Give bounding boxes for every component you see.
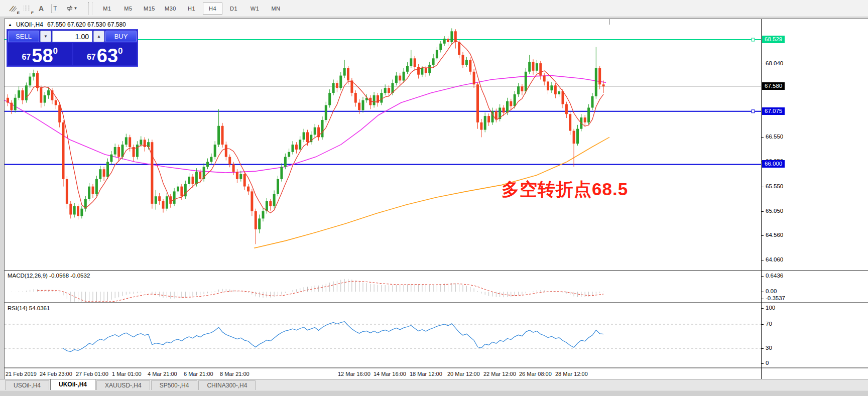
time-axis-label: 18 Mar 12:00 — [410, 371, 442, 377]
chart-tab-ukoil-h4[interactable]: UKOil-,H4 — [50, 379, 95, 390]
time-axis-label: 27 Feb 01:00 — [76, 371, 108, 377]
price-axis-badge: 67.075 — [762, 107, 785, 115]
timeframe-button-mn[interactable]: MN — [266, 3, 286, 15]
time-axis[interactable]: 21 Feb 201924 Feb 23:0027 Feb 01:001 Mar… — [5, 368, 761, 379]
price-axis-label: 65.050 — [762, 208, 783, 214]
fibonacci-grid-tool-icon[interactable]: F — [20, 2, 34, 15]
price-axis-label: 64.560 — [762, 232, 783, 238]
time-axis-label: 4 Mar 21:00 — [148, 371, 177, 377]
sell-price-display[interactable]: 67 58 0 — [8, 43, 72, 65]
buy-price-prefix: 67 — [87, 53, 96, 62]
sell-price-main: 58 — [32, 48, 53, 64]
collapse-triangle-icon[interactable]: ▲ — [8, 23, 12, 27]
timeframe-button-m15[interactable]: M15 — [140, 3, 159, 15]
text-label-tool-icon[interactable]: T — [48, 2, 62, 15]
symbol-period-label: UKOil-,H4 — [16, 21, 43, 28]
chart-tab-bar: USOil-,H4UKOil-,H4XAUUSD-,H4SP500-,H4CHI… — [0, 379, 868, 390]
time-axis-label: 20 Mar 12:00 — [447, 371, 480, 377]
chart-tab-china300-h4[interactable]: CHINA300-,H4 — [198, 380, 256, 390]
timeframe-button-m1[interactable]: M1 — [97, 3, 117, 15]
status-strip — [0, 390, 868, 396]
sell-price-sup: 0 — [53, 46, 58, 56]
buy-price-display[interactable]: 67 63 0 — [73, 43, 137, 65]
toolbar: E F A T ▼ M1M5M15M30H1H4D1W1MN — [0, 0, 868, 17]
arrange-charts-tool-icon[interactable]: ▼ — [62, 2, 81, 15]
time-axis-label: 8 Mar 21:00 — [220, 371, 250, 377]
chart-shift-marker — [609, 19, 609, 25]
buy-price-main: 63 — [97, 48, 118, 64]
rsi-axis-label: 0 — [762, 360, 769, 366]
timeframe-button-w1[interactable]: W1 — [245, 3, 265, 15]
timeframe-button-h4[interactable]: H4 — [203, 3, 222, 15]
timeframe-button-m30[interactable]: M30 — [161, 3, 180, 15]
macd-axis-label: -0.3537 — [762, 295, 785, 301]
rsi-axis-label: 100 — [762, 305, 775, 311]
volume-increase-button[interactable]: ▲ — [93, 31, 104, 42]
price-axis-badge: 67.580 — [762, 82, 785, 90]
one-click-trading-panel: SELL ▼ ▲ BUY 67 58 0 67 63 0 — [7, 29, 138, 67]
price-axis-badge: 68.529 — [762, 36, 785, 43]
chart-text-annotation: 多空转折点68.5 — [502, 178, 628, 201]
chart-window: 68.04066.55066.05065.55065.05064.56064.0… — [4, 19, 868, 380]
pane-splitter-macd[interactable] — [5, 270, 868, 271]
time-axis-label: 28 Mar 12:00 — [555, 371, 588, 377]
buy-button[interactable]: BUY — [105, 31, 137, 42]
time-axis-label: 12 Mar 16:00 — [338, 371, 370, 377]
timeframe-button-h1[interactable]: H1 — [182, 3, 201, 15]
sell-price-prefix: 67 — [22, 53, 31, 62]
chart-tab-xauusd-h4[interactable]: XAUUSD-,H4 — [96, 380, 150, 390]
double-arrow-icon — [66, 5, 73, 12]
chart-tab-usoil-h4[interactable]: USOil-,H4 — [5, 380, 49, 390]
tool-e-label: E — [17, 11, 20, 15]
price-axis-label: 64.060 — [762, 256, 783, 262]
pane-splitter-rsi[interactable] — [5, 302, 868, 303]
time-axis-label: 24 Feb 23:00 — [40, 371, 72, 377]
rsi-axis-label: 70 — [762, 321, 772, 327]
volume-decrease-button[interactable]: ▼ — [40, 31, 51, 42]
price-axis-label: 65.550 — [762, 183, 783, 189]
chart-title: ▲ UKOil-,H4 67.550 67.620 67.530 67.580 — [8, 21, 126, 28]
timeframe-group: M1M5M15M30H1H4D1W1MN — [97, 3, 286, 15]
text-tool-icon[interactable]: A — [34, 2, 48, 15]
volume-input[interactable] — [52, 31, 92, 42]
time-axis-label: 6 Mar 21:00 — [184, 371, 213, 377]
time-axis-label: 14 Mar 16:00 — [374, 371, 406, 377]
macd-indicator-label: MACD(12,26,9) -0.0568 -0.0532 — [8, 273, 90, 279]
price-axis-label: 68.040 — [762, 60, 783, 66]
price-axis-badge: 66.000 — [762, 160, 785, 168]
timeframe-button-m5[interactable]: M5 — [118, 3, 138, 15]
dropdown-caret-icon: ▼ — [74, 6, 78, 11]
tool-t-label: T — [51, 5, 59, 13]
macd-axis-label: 0.6436 — [762, 273, 783, 279]
toolbar-separator[interactable] — [88, 2, 92, 15]
draw-lines-tool-icon[interactable]: E — [6, 2, 20, 15]
mt4-terminal: E F A T ▼ M1M5M15M30H1H4D1W1MN — [0, 0, 868, 396]
macd-axis-label: 0.00 — [762, 288, 777, 294]
time-axis-label: 1 Mar 01:00 — [112, 371, 142, 377]
timeframe-button-d1[interactable]: D1 — [224, 3, 243, 15]
time-axis-label: 22 Mar 12:00 — [483, 371, 516, 377]
rsi-axis-label: 30 — [762, 345, 772, 351]
tool-a-label: A — [39, 5, 44, 13]
chart-tab-sp500-h4[interactable]: SP500-,H4 — [151, 380, 198, 390]
rsi-indicator-label: RSI(14) 54.0361 — [8, 305, 50, 311]
tool-f-label: F — [31, 11, 34, 15]
ohlc-values: 67.550 67.620 67.530 67.580 — [47, 21, 126, 28]
time-axis-label: 21 Feb 2019 — [6, 371, 37, 377]
macd-pane-canvas[interactable] — [5, 271, 761, 302]
price-axis-label: 66.550 — [762, 134, 783, 140]
rsi-pane-canvas[interactable] — [5, 303, 761, 367]
sell-button[interactable]: SELL — [8, 31, 39, 42]
time-axis-label: 26 Mar 08:00 — [519, 371, 552, 377]
price-axis[interactable]: 68.04066.55066.05065.55065.05064.56064.0… — [761, 19, 868, 379]
dotted-grid-icon — [24, 5, 31, 12]
diagonal-lines-icon — [9, 5, 17, 12]
buy-price-sup: 0 — [118, 46, 122, 56]
